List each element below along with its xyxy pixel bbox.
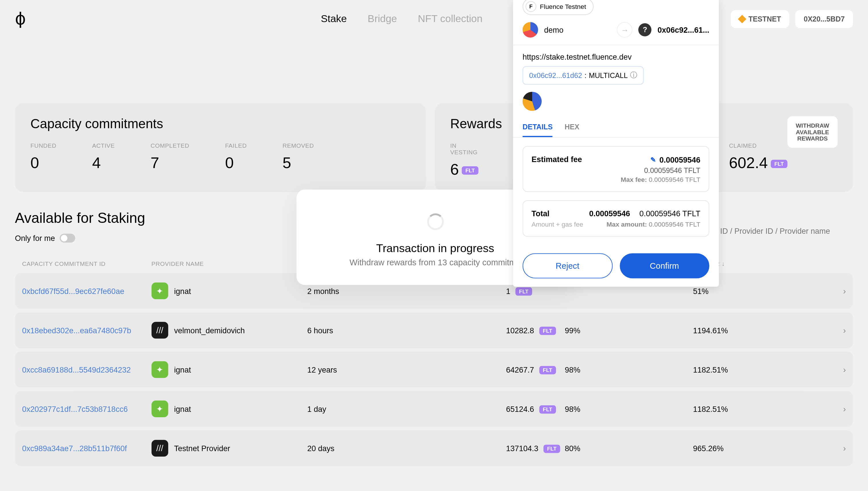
duration-cell: 12 years [307, 365, 506, 374]
arrow-icon[interactable]: → [617, 22, 632, 37]
flt-badge: FLT [544, 445, 560, 453]
chevron-right-icon[interactable]: › [843, 286, 846, 296]
commitment-id-link[interactable]: 0xbcfd67f55d...9ec627fe60ae [22, 287, 124, 295]
chevron-right-icon[interactable]: › [843, 365, 846, 374]
contract-chip[interactable]: 0x06c92...61d62 : MULTICALL ⓘ [523, 66, 644, 85]
confirm-button[interactable]: Confirm [619, 253, 709, 278]
capacity-card: Capacity commitments FUNDED0ACTIVE4COMPL… [15, 103, 426, 192]
chevron-right-icon[interactable]: › [843, 325, 846, 335]
apr-cell: 1194.61% [693, 326, 822, 335]
chevron-right-icon[interactable]: › [843, 443, 846, 453]
stat-value: 0 [225, 154, 247, 172]
flt-badge: FLT [462, 166, 479, 175]
withdraw-button[interactable]: WITHDRAW AVAILABLE REWARDS [787, 116, 838, 148]
fee-label: Estimated fee [532, 155, 582, 164]
contract-avatar-icon [523, 92, 542, 111]
table-row[interactable]: 0xcc8a69188d...5549d2364232✦ignat12 year… [15, 352, 853, 387]
rate-cell: 98% [565, 365, 693, 374]
nav-nft[interactable]: NFT collection [418, 13, 483, 25]
stat-label: ACTIVE [92, 143, 115, 149]
nav-stake[interactable]: Stake [321, 13, 347, 25]
provider-avatar: ✦ [152, 401, 168, 417]
contract-type: MULTICALL [589, 71, 627, 80]
total-label: Total [532, 209, 550, 218]
nav-bridge[interactable]: Bridge [368, 13, 397, 25]
stat-value: 7 [151, 154, 189, 172]
account-pill[interactable]: 0X20...5BD7 [795, 10, 853, 28]
total-box: Total 0.00059546 0.00059546 TFLT Amount … [523, 200, 710, 237]
stat-label: FUNDED [30, 143, 56, 149]
stat-label: COMPLETED [151, 143, 189, 149]
flt-badge: FLT [539, 366, 556, 374]
account-address: 0x06c92...61... [658, 25, 709, 34]
commitment-id-link[interactable]: 0xcc8a69188d...5549d2364232 [22, 365, 131, 374]
provider-name: velmont_demidovich [174, 326, 245, 335]
stat-value: 5 [282, 154, 314, 172]
flt-badge: FLT [539, 327, 556, 335]
app-header: ϕ Stake Bridge NFT collection TESTNET 0X… [0, 0, 868, 37]
commitment-id-link[interactable]: 0x202977c1df...7c53b8718cc6 [22, 404, 128, 413]
apr-cell: 1182.51% [693, 404, 822, 413]
amount-cell: 65124.6 FLT [506, 404, 565, 413]
stat-value: 0 [30, 154, 56, 172]
flt-badge: FLT [516, 287, 532, 296]
gas-note: Amount + gas fee [532, 221, 583, 228]
only-for-me-label: Only for me [15, 234, 55, 242]
duration-cell: 6 hours [307, 326, 506, 335]
duration-cell: 1 day [307, 404, 506, 413]
claimed-label: CLAIMED [729, 143, 787, 149]
provider-avatar: ✦ [152, 283, 168, 299]
flt-badge: FLT [539, 405, 556, 413]
duration-cell: 20 days [307, 444, 506, 453]
apr-cell: 51% [693, 287, 822, 295]
tab-hex[interactable]: HEX [565, 118, 579, 137]
wallet-popup: FFluence Testnet demo → ? 0x06c92...61..… [513, 0, 719, 287]
table-row[interactable]: 0xc989a34ae7...28b511b7f60f///Testnet Pr… [15, 431, 853, 466]
provider-avatar: /// [152, 440, 168, 457]
provider-name: ignat [174, 365, 191, 374]
amount-cell: 10282.8 FLT [506, 326, 565, 335]
amount-cell: 1 FLT [506, 287, 565, 295]
vesting-value: 6FLT [450, 160, 478, 179]
provider-avatar: ✦ [152, 361, 168, 378]
edit-icon[interactable]: ✎ [650, 156, 656, 164]
table-row[interactable]: 0x202977c1df...7c53b8718cc6✦ignat1 day65… [15, 391, 853, 427]
stat-value: 4 [92, 154, 115, 172]
flt-badge: FLT [771, 160, 787, 168]
chevron-right-icon[interactable]: › [843, 404, 846, 413]
commitment-id-link[interactable]: 0xc989a34ae7...28b511b7f60f [22, 444, 127, 453]
account-avatar-icon [523, 22, 538, 37]
info-icon[interactable]: ⓘ [630, 70, 637, 80]
app-logo: ϕ [15, 9, 26, 29]
claimed-value: 602.4FLT [729, 154, 787, 172]
apr-cell: 1182.51% [693, 365, 822, 374]
network-pill[interactable]: TESTNET [731, 10, 789, 28]
site-url: https://stake.testnet.fluence.dev [513, 45, 719, 66]
col-provider: PROVIDER NAME [152, 260, 307, 267]
main-nav: Stake Bridge NFT collection [321, 13, 483, 25]
rate-cell: 99% [565, 326, 693, 335]
table-row[interactable]: 0x18ebed302e...ea6a7480c97b///velmont_de… [15, 312, 853, 348]
provider-name: ignat [174, 287, 191, 295]
network-chip[interactable]: FFluence Testnet [523, 0, 594, 15]
provider-avatar: /// [152, 322, 168, 339]
fee-sub: 0.00059546 TFLT [532, 166, 700, 175]
stat-label: FAILED [225, 143, 247, 149]
amount-cell: 64267.7 FLT [506, 365, 565, 374]
tab-details[interactable]: DETAILS [523, 118, 553, 137]
rate-cell: 98% [565, 404, 693, 413]
help-icon[interactable]: ? [639, 23, 652, 36]
rate-cell: 80% [565, 444, 693, 453]
vesting-label: IN VESTING [450, 143, 478, 156]
fee-value: 0.00059546 [659, 155, 700, 164]
contract-address: 0x06c92...61d62 [529, 71, 582, 80]
duration-cell: 2 months [307, 287, 506, 295]
commitment-id-link[interactable]: 0x18ebed302e...ea6a7480c97b [22, 326, 131, 335]
only-for-me-toggle[interactable] [60, 234, 75, 242]
spinner-icon [427, 213, 443, 230]
capacity-title: Capacity commitments [30, 116, 410, 132]
search-input[interactable] [710, 221, 853, 241]
network-icon: F [525, 1, 536, 12]
reject-button[interactable]: Reject [523, 253, 613, 278]
amount-cell: 137104.3 FLT [506, 444, 565, 453]
